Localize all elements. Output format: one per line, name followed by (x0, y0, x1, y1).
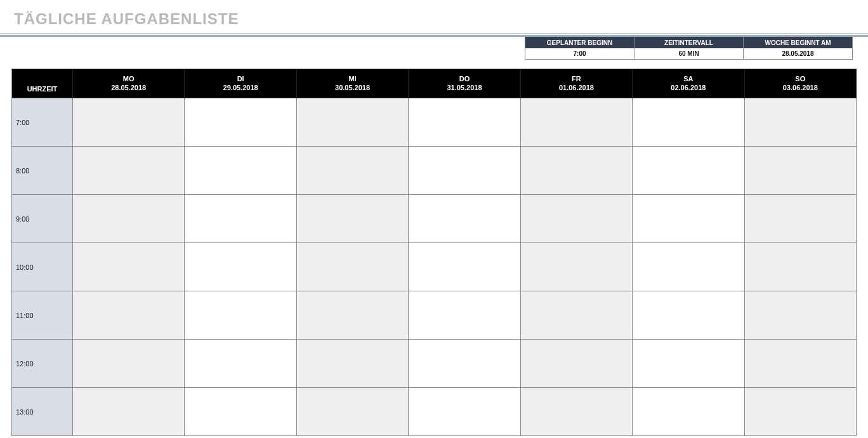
schedule-cell[interactable] (297, 291, 409, 340)
schedule-cell[interactable] (73, 291, 185, 340)
day-header: SO03.06.2018 (745, 69, 857, 98)
schedule-row: 11:00 (12, 291, 857, 340)
meta-header-start: GEPLANTER BEGINN (525, 37, 635, 48)
schedule-cell[interactable] (521, 243, 633, 291)
hour-label: 7:00 (12, 98, 73, 147)
schedule-cell[interactable] (185, 98, 296, 147)
schedule-cell[interactable] (521, 147, 633, 195)
schedule-cell[interactable] (633, 147, 744, 195)
schedule-cell[interactable] (73, 340, 185, 388)
hour-label: 9:00 (12, 195, 73, 243)
day-header: FR01.06.2018 (521, 69, 633, 98)
schedule-cell[interactable] (633, 243, 744, 291)
schedule-cell[interactable] (745, 291, 857, 340)
schedule-cell[interactable] (297, 98, 409, 147)
schedule-cell[interactable] (73, 388, 185, 436)
hour-label: 10:00 (12, 243, 73, 291)
meta-value-interval[interactable]: 60 MIN (635, 48, 744, 60)
schedule-cell[interactable] (73, 98, 185, 147)
day-date: 02.06.2018 (671, 84, 706, 93)
page-title: TÄGLICHE AUFGABENLISTE (0, 6, 868, 33)
day-header: SA02.06.2018 (633, 69, 744, 98)
meta-table: GEPLANTER BEGINN ZEITINTERVALL WOCHE BEG… (525, 37, 853, 60)
meta-value-start[interactable]: 7:00 (525, 48, 635, 60)
day-date: 01.06.2018 (559, 84, 594, 93)
day-date: 03.06.2018 (783, 84, 818, 93)
meta-header-week: WOCHE BEGINNT AM (744, 37, 853, 48)
day-date: 30.05.2018 (335, 84, 370, 93)
schedule-cell[interactable] (409, 147, 520, 195)
day-header: DO31.05.2018 (409, 69, 520, 98)
day-date: 29.05.2018 (223, 84, 258, 93)
schedule-cell[interactable] (73, 147, 185, 195)
schedule-cell[interactable] (73, 243, 185, 291)
schedule-row: 12:00 (12, 340, 857, 388)
schedule-row: 9:00 (12, 195, 857, 243)
day-of-week: MI (348, 75, 356, 84)
schedule-cell[interactable] (745, 147, 857, 195)
schedule-cell[interactable] (521, 340, 633, 388)
schedule-cell[interactable] (185, 340, 296, 388)
schedule-cell[interactable] (745, 340, 857, 388)
meta-value-week[interactable]: 28.05.2018 (744, 48, 853, 60)
day-date: 28.05.2018 (111, 84, 146, 93)
schedule-cell[interactable] (409, 340, 520, 388)
schedule-cell[interactable] (73, 195, 185, 243)
schedule-cell[interactable] (297, 147, 409, 195)
schedule-cell[interactable] (521, 388, 633, 436)
rule-thin (0, 33, 868, 34)
schedule-cell[interactable] (409, 98, 520, 147)
schedule-cell[interactable] (409, 388, 520, 436)
schedule-cell[interactable] (521, 98, 633, 147)
schedule-row: 10:00 (12, 243, 857, 291)
hour-label: 11:00 (12, 291, 73, 340)
schedule-cell[interactable] (185, 388, 296, 436)
day-of-week: FR (572, 75, 581, 84)
schedule-cell[interactable] (633, 98, 744, 147)
schedule-cell[interactable] (521, 291, 633, 340)
schedule-cell[interactable] (297, 388, 409, 436)
schedule-table: UHRZEIT MO28.05.2018 DI29.05.2018 MI30.0… (11, 69, 857, 436)
schedule-cell[interactable] (297, 195, 409, 243)
schedule-cell[interactable] (185, 291, 296, 340)
schedule-header-row: UHRZEIT MO28.05.2018 DI29.05.2018 MI30.0… (12, 69, 857, 98)
schedule-cell[interactable] (409, 243, 520, 291)
schedule-cell[interactable] (297, 340, 409, 388)
day-header: MO28.05.2018 (73, 69, 185, 98)
hour-label: 12:00 (12, 340, 73, 388)
schedule-cell[interactable] (185, 195, 296, 243)
schedule-cell[interactable] (633, 340, 744, 388)
schedule-cell[interactable] (745, 388, 857, 436)
schedule-row: 13:00 (12, 388, 857, 436)
schedule-cell[interactable] (633, 195, 744, 243)
schedule-cell[interactable] (409, 291, 520, 340)
schedule-cell[interactable] (745, 98, 857, 147)
day-of-week: SO (795, 75, 805, 84)
schedule-cell[interactable] (185, 243, 296, 291)
schedule-cell[interactable] (633, 291, 744, 340)
schedule-cell[interactable] (297, 243, 409, 291)
schedule-cell[interactable] (745, 195, 857, 243)
day-of-week: SA (683, 75, 693, 84)
schedule-cell[interactable] (633, 388, 744, 436)
hour-label: 13:00 (12, 388, 73, 436)
day-of-week: DI (237, 75, 244, 84)
hour-label: 8:00 (12, 147, 73, 195)
schedule-cell[interactable] (745, 243, 857, 291)
meta-header-interval: ZEITINTERVALL (635, 37, 744, 48)
time-column-header: UHRZEIT (12, 69, 73, 98)
day-header: DI29.05.2018 (185, 69, 296, 98)
day-of-week: DO (459, 75, 470, 84)
schedule-row: 8:00 (12, 147, 857, 195)
schedule-row: 7:00 (12, 98, 857, 147)
day-header: MI30.05.2018 (297, 69, 409, 98)
day-date: 31.05.2018 (447, 84, 482, 93)
schedule-cell[interactable] (185, 147, 296, 195)
schedule-cell[interactable] (521, 195, 633, 243)
day-of-week: MO (123, 75, 135, 84)
schedule-cell[interactable] (409, 195, 520, 243)
